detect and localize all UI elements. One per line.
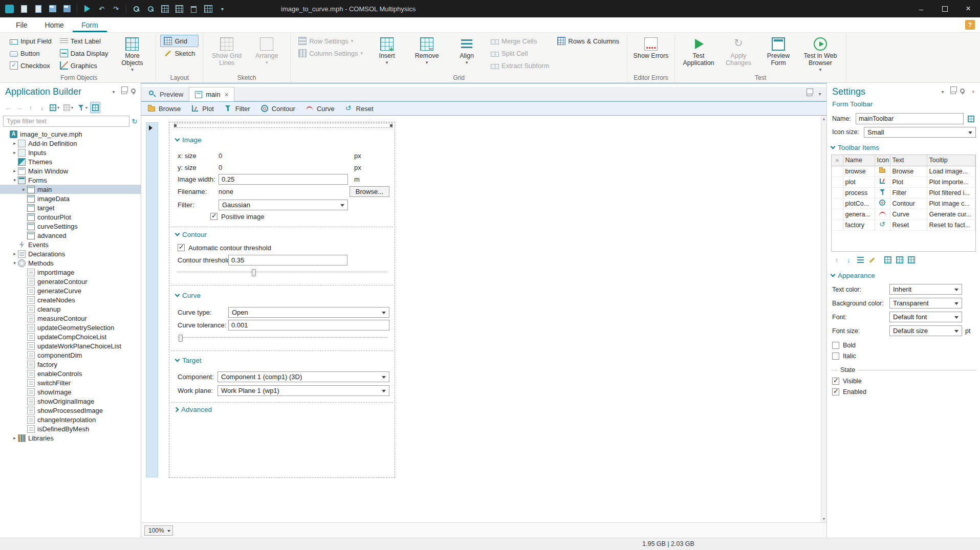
- tab-home[interactable]: Home: [36, 18, 73, 32]
- icon-size-dropdown[interactable]: Small: [864, 127, 976, 138]
- list-button[interactable]: [856, 255, 865, 265]
- name-input[interactable]: [856, 113, 964, 124]
- vertical-scrollbar[interactable]: ▲ ▼: [821, 116, 826, 522]
- test-in-web-browser-button[interactable]: Test in Web Browser ▾: [799, 35, 842, 73]
- curve-toolbar-button[interactable]: Curve: [301, 102, 339, 115]
- sketch-mode-button[interactable]: Sketch: [160, 47, 199, 59]
- grid-view-icon[interactable]: ▾: [48, 102, 61, 113]
- move-down-button[interactable]: ↓: [844, 255, 853, 265]
- auto-threshold-checkbox[interactable]: [178, 244, 185, 251]
- section-header-toolbar-items[interactable]: Toolbar Items: [831, 144, 980, 151]
- tab-main[interactable]: main ×: [189, 87, 234, 101]
- tree-item-forms[interactable]: Forms: [0, 175, 141, 185]
- redo-icon[interactable]: ↷: [112, 5, 120, 13]
- tree-item-methods[interactable]: Methods: [0, 258, 141, 268]
- tree-item[interactable]: updateWorkPlaneChoiceList: [0, 341, 141, 350]
- graphics-button[interactable]: Graphics: [56, 59, 112, 72]
- tree-item[interactable]: isDefinedByMesh: [0, 424, 141, 433]
- panel-menu-icon[interactable]: ▾: [110, 88, 117, 95]
- tree-item[interactable]: componentDim: [0, 350, 141, 360]
- test-application-button[interactable]: Test Application: [679, 35, 718, 73]
- text-color-dropdown[interactable]: Inherit: [889, 284, 962, 295]
- go-to-node-icon[interactable]: [90, 102, 100, 113]
- list-view-icon[interactable]: ▾: [62, 102, 75, 113]
- add-frame-icon[interactable]: [176, 5, 183, 13]
- section-header-advanced[interactable]: Advanced: [176, 404, 212, 414]
- tree-item[interactable]: Events: [0, 240, 141, 249]
- close-panel-icon[interactable]: ×: [970, 88, 977, 95]
- checkbox-object-button[interactable]: Checkbox: [6, 59, 55, 72]
- undo-icon[interactable]: ↶: [97, 5, 106, 13]
- column-header-name[interactable]: Name: [843, 155, 875, 166]
- open-file-icon[interactable]: [35, 5, 41, 13]
- contour-toolbar-button[interactable]: Contour: [256, 102, 300, 115]
- tab-form[interactable]: Form: [73, 18, 107, 32]
- zoom-extents-icon[interactable]: [134, 6, 139, 12]
- create-shortcut-button[interactable]: [966, 114, 976, 124]
- add-separator-button[interactable]: [895, 255, 904, 265]
- save-as-icon[interactable]: [63, 5, 71, 12]
- contour-threshold-slider[interactable]: [178, 270, 387, 278]
- tree-item[interactable]: switchFilter: [0, 378, 141, 387]
- curve-tolerance-input[interactable]: [228, 320, 389, 331]
- edit-item-button[interactable]: [867, 255, 877, 265]
- table-row[interactable]: factoryResetReset to fact...: [832, 219, 975, 230]
- grid-row-header[interactable]: [146, 122, 158, 477]
- save-icon[interactable]: [49, 5, 56, 12]
- expand-icon[interactable]: [11, 435, 18, 441]
- pin-panel-icon[interactable]: [130, 88, 138, 95]
- run-icon[interactable]: [84, 5, 90, 12]
- collapse-icon[interactable]: [11, 260, 18, 266]
- tree-item[interactable]: showImage: [0, 387, 141, 397]
- collapse-icon[interactable]: [11, 178, 18, 183]
- slider-handle[interactable]: [179, 335, 183, 342]
- slider-handle[interactable]: [252, 269, 256, 276]
- tree-item[interactable]: measureContour: [0, 314, 141, 323]
- maximize-button[interactable]: [933, 0, 956, 17]
- move-up-button[interactable]: ↑: [832, 255, 841, 265]
- tree-item[interactable]: target: [0, 203, 141, 212]
- tree-item[interactable]: Main Window: [0, 166, 141, 175]
- tree-item[interactable]: advanced: [0, 231, 141, 240]
- curve-tolerance-slider[interactable]: [178, 335, 387, 343]
- font-dropdown[interactable]: Default font: [889, 312, 962, 322]
- tree-item[interactable]: contourPlot: [0, 212, 141, 222]
- section-header-curve[interactable]: Curve: [176, 290, 201, 300]
- close-button[interactable]: ×: [956, 0, 980, 17]
- expand-icon[interactable]: [11, 141, 18, 146]
- show-grid-icon[interactable]: [161, 5, 169, 13]
- tree-item[interactable]: factory: [0, 360, 141, 369]
- bold-checkbox[interactable]: [832, 342, 839, 349]
- table-row[interactable]: genera...CurveGenerate cur...: [832, 209, 975, 219]
- image-width-input[interactable]: [219, 174, 348, 185]
- reset-toolbar-button[interactable]: Reset: [340, 102, 378, 115]
- table-row[interactable]: browseBrowseLoad image...: [832, 166, 975, 177]
- scroll-up-icon[interactable]: ▲: [821, 117, 826, 121]
- expand-icon[interactable]: [11, 251, 18, 256]
- tree-item[interactable]: updateCompChoiceList: [0, 332, 141, 341]
- filter-dropdown[interactable]: Gaussian: [219, 200, 348, 210]
- show-errors-button[interactable]: Show Errors: [631, 35, 670, 73]
- section-header-appearance[interactable]: Appearance: [831, 272, 980, 279]
- visible-checkbox[interactable]: [832, 378, 839, 385]
- font-size-dropdown[interactable]: Default size: [889, 325, 962, 336]
- float-panel-icon[interactable]: [121, 90, 127, 94]
- form-design-surface[interactable]: Image x: size0px y: size0px Image width:…: [169, 122, 395, 478]
- tab-preview[interactable]: Preview: [143, 87, 189, 101]
- panel-menu-icon[interactable]: ▾: [939, 88, 946, 95]
- form-canvas[interactable]: Image x: size0px y: size0px Image width:…: [141, 116, 826, 522]
- expand-icon[interactable]: [11, 168, 18, 173]
- remove-button[interactable]: Remove ▾: [407, 35, 446, 73]
- preview-form-button[interactable]: Preview Form: [759, 35, 798, 73]
- curve-type-dropdown[interactable]: Open: [228, 307, 389, 318]
- input-field-button[interactable]: Input Field: [6, 35, 55, 47]
- expand-icon[interactable]: [11, 150, 18, 155]
- positive-image-checkbox[interactable]: [210, 213, 217, 220]
- tree-item[interactable]: changeInterpolation: [0, 415, 141, 424]
- filter-view-icon[interactable]: ▾: [76, 102, 89, 113]
- minimize-button[interactable]: –: [909, 0, 933, 17]
- enabled-checkbox[interactable]: [832, 388, 839, 395]
- maximize-editor-icon[interactable]: ▾: [816, 90, 823, 97]
- add-item-button[interactable]: [883, 255, 892, 265]
- data-display-button[interactable]: Data Display: [56, 47, 112, 59]
